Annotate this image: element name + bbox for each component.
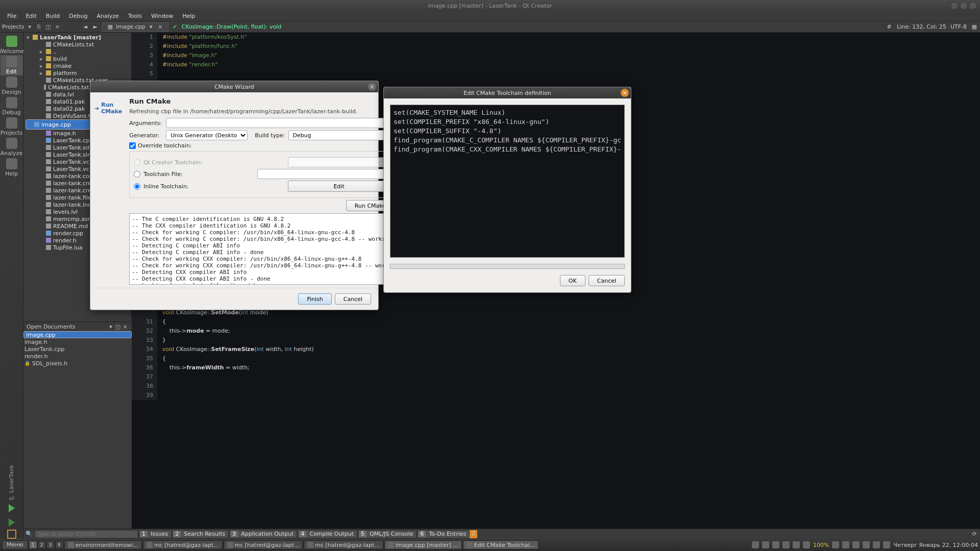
menu-window[interactable]: Window [147,12,177,20]
open-document-item[interactable]: LaserTank.cpp [23,345,132,353]
output-tab[interactable]: 3Application Output [230,530,297,538]
tray-icon[interactable] [873,541,880,548]
file-dropdown-icon[interactable]: ▾ [148,23,155,31]
cmake-wizard-close-icon[interactable]: × [368,83,376,91]
tree-root[interactable]: ▾LaserTank [master] [26,34,129,41]
menu-tools[interactable]: Tools [124,12,146,20]
menu-help[interactable]: Help [178,12,199,20]
toolchain-file-input[interactable] [257,169,390,179]
menu-build[interactable]: Build [42,12,64,20]
edit-toolchain-dialog: Edit CMake Toolchain definition × set(CM… [383,87,631,293]
tree-item[interactable]: ▸platform [26,69,129,77]
override-toolchain-checkbox[interactable] [129,142,136,149]
output-tab[interactable]: 1Issues [139,530,172,538]
open-file-crumb[interactable]: ▦ image.cpp ▾ × [102,22,168,32]
mode-help[interactable]: Help [1,157,23,178]
tray-icon[interactable] [883,541,890,548]
toolchain-qt-select [288,157,390,167]
taskbar-task[interactable]: Edit CMake Toolchai... [463,540,539,549]
file-close-icon[interactable]: × [157,23,164,31]
locate-icon[interactable]: 🔍 [26,531,33,538]
nav-back-icon[interactable]: ◄ [82,23,89,31]
finish-button[interactable]: Finish [298,293,331,305]
opendocs-split-icon[interactable]: ◫ [114,323,121,330]
mode-welcome[interactable]: Welcome [1,35,23,55]
run-button[interactable] [9,504,15,512]
toolchain-inline-radio[interactable] [134,183,140,190]
tree-item[interactable]: ▸build [26,55,129,62]
open-document-item[interactable]: image.h [23,338,132,345]
open-documents-pane: Open Documents ▾ ◫ × image.cppimage.hLas… [23,321,132,529]
cmake-output[interactable]: -- The C compiler identification is GNU … [129,213,395,285]
tray-icon[interactable] [772,541,779,548]
open-document-item[interactable]: render.h [23,353,132,360]
tray-icon[interactable] [762,541,769,548]
tray-volume-icon[interactable] [793,541,800,548]
filter-icon[interactable]: ⎘ [35,23,42,31]
edit-toolchain-close-icon[interactable]: × [621,89,629,97]
output-tab[interactable]: 2Search Results [173,530,229,538]
tray-icon[interactable] [842,541,849,548]
output-tab[interactable]: 5QML/JS Console [358,530,416,538]
taskbar-task[interactable]: mc [hatred@gaz-lapt... [224,540,303,549]
tray-icon[interactable] [752,541,759,548]
mode-edit[interactable]: Edit [1,55,23,76]
tray-icon[interactable] [863,541,870,548]
open-document-item[interactable]: image.cpp [23,331,132,338]
toolchain-file-radio[interactable] [134,171,140,178]
output-tab[interactable]: 6To-Do Entries [418,530,470,538]
maximize-button[interactable] [960,2,968,10]
toolchain-cancel-button[interactable]: Cancel [589,275,625,286]
close-panel-icon[interactable]: × [54,23,61,31]
clock[interactable]: Четверг Январь 22, 12:00:04 [893,542,978,548]
taskbar-task[interactable]: environmentitemswi... [64,540,142,549]
opendocs-close-icon[interactable]: × [121,323,129,330]
split-icon[interactable]: ◫ [44,23,52,31]
taskbar-task[interactable]: image.cpp [master] ... [384,540,462,549]
workspace-switcher[interactable]: 1234 [29,541,63,549]
toolchain-edit-button[interactable]: Edit [288,181,390,192]
panel-dropdown-icon[interactable]: ▾ [26,23,33,31]
target-label[interactable]: LaserTank [8,462,15,496]
tray-icon[interactable] [832,541,839,548]
minimize-button[interactable] [950,2,959,10]
nav-fwd-icon[interactable]: ► [92,23,99,31]
mode-analyze[interactable]: Analyze [1,137,23,157]
arguments-label: Arguments: [129,120,163,127]
debug-run-button[interactable] [9,518,15,527]
toolchain-ok-button[interactable]: OK [560,275,585,286]
tray-icon[interactable] [852,541,860,548]
tray-battery-icon[interactable] [803,541,810,548]
locate-input[interactable] [35,530,138,538]
buildtype-select[interactable]: Debug [288,130,395,140]
symbol-crumb[interactable]: CKosImage::Draw(Point, float): void [182,23,281,30]
tree-item[interactable]: CMakeLists.txt [26,41,129,48]
build-button[interactable] [7,530,16,539]
taskbar-task[interactable]: mc [hatred@gaz-lapt... [304,540,383,549]
tray-network-icon[interactable] [782,541,790,548]
toolchain-hscrollbar[interactable] [390,264,625,269]
system-menu-button[interactable]: Меню [2,540,28,549]
cancel-button[interactable]: Cancel [335,293,371,305]
mode-debug[interactable]: Debug [1,96,23,116]
taskbar-task[interactable]: mc [hatred@gaz-lapt... [143,540,223,549]
mode-design[interactable]: Design [1,76,23,96]
record-icon[interactable]: ▦ [971,23,978,31]
output-close-icon[interactable]: ⟳ [971,531,978,538]
menu-debug[interactable]: Debug [65,12,91,20]
tree-item[interactable]: ▸cmake [26,62,129,69]
open-document-item[interactable]: 🔒SDL_pixels.h [23,360,132,367]
menu-file[interactable]: File [3,12,20,20]
encoding-status[interactable]: UTF-8 [950,23,967,30]
opendocs-dropdown-icon[interactable]: ▾ [107,323,114,330]
output-tab[interactable]: 4Compile Output [298,530,357,538]
toolchain-textarea[interactable]: set(CMAKE_SYSTEM_NAME Linux) set(COMPILE… [390,105,625,258]
mode-bar: Welcome Edit Design Debug Projects Analy… [0,33,23,539]
close-button[interactable] [969,2,977,10]
generator-select[interactable]: Unix Generator (Desktop) [166,130,248,140]
menu-analyze[interactable]: Analyze [93,12,123,20]
arguments-input[interactable] [166,118,395,128]
mode-projects[interactable]: Projects [1,116,23,137]
tree-item[interactable]: ▸.. [26,48,129,55]
menu-edit[interactable]: Edit [21,12,40,20]
